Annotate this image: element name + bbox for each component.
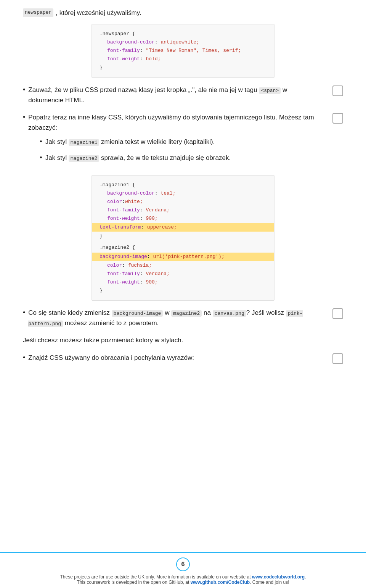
span-code: <span> xyxy=(259,87,281,94)
bullet-4-text: Znajdź CSS używany do obracania i pochyl… xyxy=(28,353,329,363)
footer: 6 These projects are for use outside the… xyxy=(0,552,366,588)
intro-text-after: , której wcześniej używaliśmy. xyxy=(56,8,141,18)
bullet-3: • Co się stanie kiedy zmienisz backgroun… xyxy=(23,308,343,328)
checkbox-2[interactable] xyxy=(332,113,343,124)
checkbox-3[interactable] xyxy=(332,308,343,319)
bullet-2: • Popatrz teraz na inne klasy CSS, który… xyxy=(23,112,343,168)
intro-line: newspaper , której wcześniej używaliśmy. xyxy=(23,8,343,18)
newspaper-badge: newspaper xyxy=(23,8,53,17)
sub-bullet-dot-2: • xyxy=(40,153,42,163)
page-number: 6 xyxy=(176,557,190,571)
bullet-2-text: Popatrz teraz na inne klasy CSS, których… xyxy=(28,112,329,168)
bullet-dot-2: • xyxy=(23,112,25,122)
bullet-1-text: Zauważ, że w pliku CSS przed nazwą klasy… xyxy=(28,85,329,105)
bullet-dot-4: • xyxy=(23,353,25,363)
bullet-dot-1: • xyxy=(23,85,25,95)
bullet-3-text: Co się stanie kiedy zmienisz background-… xyxy=(28,308,329,328)
magazine2-code: magazine2 xyxy=(69,155,99,162)
magazine2-code-2: magazine2 xyxy=(171,310,202,317)
footer-link-1[interactable]: www.codeclubworld.org xyxy=(252,574,305,580)
background-image-code: background-image xyxy=(112,310,163,317)
code-block-newspaper: .newspaper { background-color: antiquewh… xyxy=(92,24,274,77)
footer-line-1: These projects are for use outside the U… xyxy=(11,574,355,580)
checkbox-4[interactable] xyxy=(332,353,343,364)
footer-line-2: This coursework is developed in the open… xyxy=(11,580,355,585)
canvas-png-code: canvas.png xyxy=(213,310,246,317)
magazine1-code: magazine1 xyxy=(69,139,99,146)
pink-pattern-code: pink-pattern.png xyxy=(28,310,302,327)
checkbox-1[interactable] xyxy=(332,85,343,96)
sub-bullet-1: • Jak styl magazine1 zmienia tekst w wie… xyxy=(40,137,321,148)
paragraph-1: Jeśli chcesz możesz także pozmieniać kol… xyxy=(23,335,343,345)
sub-bullet-2: • Jak styl magazine2 sprawia, że w tle t… xyxy=(40,153,321,164)
footer-link-2[interactable]: www.github.com/CodeClub xyxy=(191,580,250,585)
bullet-dot-3: • xyxy=(23,308,25,318)
bullet-1: • Zauważ, że w pliku CSS przed nazwą kla… xyxy=(23,85,343,105)
bullet-4: • Znajdź CSS używany do obracania i poch… xyxy=(23,353,343,364)
sub-bullet-dot-1: • xyxy=(40,137,42,147)
code-block-magazines: .magazine1 { background-color: teal; col… xyxy=(92,175,274,301)
